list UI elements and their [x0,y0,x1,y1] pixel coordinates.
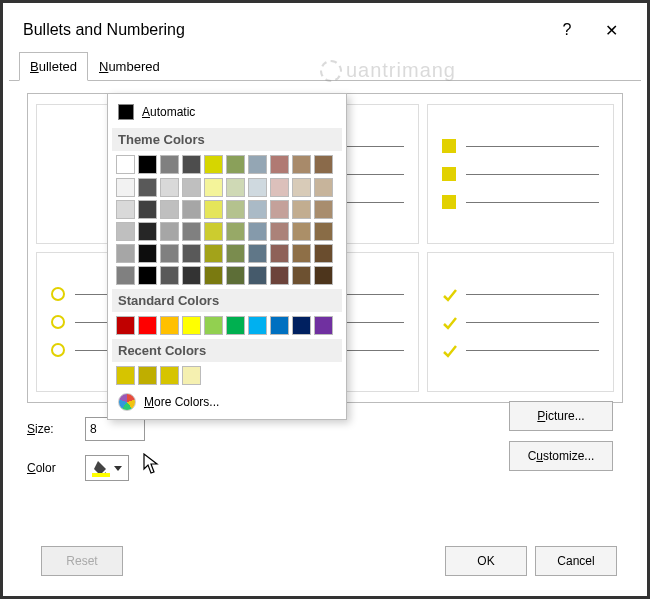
color-swatch[interactable] [138,155,157,174]
color-swatch[interactable] [292,316,311,335]
color-swatch[interactable] [182,222,201,241]
color-swatch[interactable] [270,155,289,174]
color-swatch[interactable] [160,178,179,197]
color-swatch[interactable] [314,266,333,285]
color-swatch[interactable] [182,366,201,385]
color-swatch[interactable] [292,244,311,263]
color-swatch[interactable] [138,316,157,335]
color-swatch[interactable] [116,178,135,197]
color-swatch[interactable] [204,155,223,174]
color-swatch[interactable] [314,155,333,174]
color-swatch[interactable] [292,222,311,241]
color-swatch[interactable] [160,222,179,241]
color-swatch[interactable] [292,155,311,174]
color-swatch[interactable] [116,222,135,241]
customize-button[interactable]: Customize... [509,441,613,471]
color-swatch[interactable] [226,200,245,219]
color-swatch[interactable] [138,244,157,263]
size-label: Size: [27,422,77,436]
color-swatch[interactable] [226,244,245,263]
color-swatch[interactable] [138,178,157,197]
color-swatch[interactable] [248,244,267,263]
color-swatch[interactable] [314,316,333,335]
color-swatch[interactable] [138,200,157,219]
color-swatch[interactable] [182,200,201,219]
circle-bullet-icon [51,315,65,329]
color-swatch[interactable] [204,178,223,197]
picture-button[interactable]: Picture... [509,401,613,431]
color-swatch[interactable] [204,316,223,335]
color-swatch[interactable] [116,316,135,335]
cancel-button[interactable]: Cancel [535,546,617,576]
help-button[interactable]: ? [545,14,589,46]
color-swatch[interactable] [182,316,201,335]
color-swatch[interactable] [314,200,333,219]
color-swatch[interactable] [270,266,289,285]
color-swatch[interactable] [160,316,179,335]
color-swatch[interactable] [138,266,157,285]
color-swatch[interactable] [226,266,245,285]
more-colors-label: More Colors... [144,395,219,409]
standard-color-row [116,316,338,335]
color-swatch[interactable] [182,244,201,263]
color-swatch[interactable] [160,200,179,219]
color-swatch[interactable] [248,266,267,285]
theme-color-row [116,155,338,174]
color-swatch[interactable] [116,366,135,385]
tab-numbered[interactable]: Numbered [88,52,171,81]
color-swatch[interactable] [226,316,245,335]
color-swatch[interactable] [248,155,267,174]
color-swatch[interactable] [160,266,179,285]
color-swatch[interactable] [182,155,201,174]
more-colors-option[interactable]: More Colors... [116,389,338,415]
color-swatch[interactable] [248,200,267,219]
color-swatch[interactable] [160,366,179,385]
style-option[interactable] [427,104,614,244]
check-bullet-icon [442,343,456,357]
bullet-preview-line [442,343,599,357]
tabstrip: Bulleted Numbered [9,51,641,81]
color-swatch[interactable] [270,178,289,197]
color-swatch[interactable] [248,316,267,335]
tab-bulleted[interactable]: Bulleted [19,52,88,81]
color-swatch[interactable] [116,200,135,219]
color-swatch[interactable] [248,222,267,241]
close-button[interactable]: ✕ [589,14,633,46]
color-split-button[interactable] [85,455,129,481]
color-swatch[interactable] [314,222,333,241]
color-swatch[interactable] [204,244,223,263]
color-swatch[interactable] [292,266,311,285]
bullet-preview-line [442,315,599,329]
color-swatch[interactable] [116,244,135,263]
color-swatch[interactable] [270,316,289,335]
color-swatch[interactable] [226,222,245,241]
color-swatch[interactable] [160,244,179,263]
color-swatch[interactable] [160,155,179,174]
color-swatch[interactable] [138,366,157,385]
color-swatch[interactable] [226,155,245,174]
color-swatch[interactable] [270,200,289,219]
recent-color-row [116,366,338,385]
reset-button[interactable]: Reset [41,546,123,576]
theme-colors-heading: Theme Colors [112,128,342,151]
color-swatch[interactable] [314,244,333,263]
color-swatch[interactable] [270,222,289,241]
style-option[interactable] [427,252,614,392]
color-swatch[interactable] [138,222,157,241]
color-swatch[interactable] [116,266,135,285]
color-swatch[interactable] [292,178,311,197]
color-swatch[interactable] [204,222,223,241]
color-swatch[interactable] [116,155,135,174]
automatic-option[interactable]: Automatic [116,100,338,124]
color-swatch[interactable] [314,178,333,197]
color-swatch[interactable] [182,266,201,285]
ok-button[interactable]: OK [445,546,527,576]
size-input[interactable] [85,417,145,441]
color-swatch[interactable] [182,178,201,197]
color-swatch[interactable] [204,200,223,219]
color-swatch[interactable] [226,178,245,197]
color-swatch[interactable] [204,266,223,285]
color-swatch[interactable] [292,200,311,219]
color-swatch[interactable] [248,178,267,197]
color-swatch[interactable] [270,244,289,263]
